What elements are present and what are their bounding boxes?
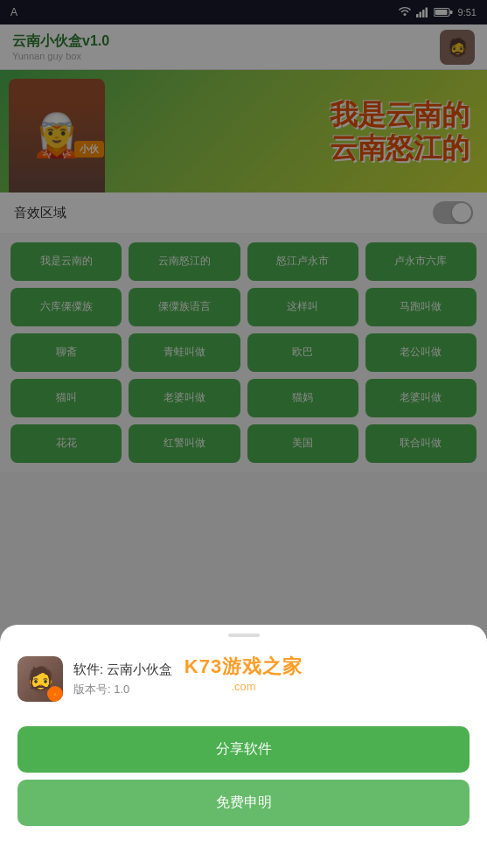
app-info-row: 🔸 软件: 云南小伙盒 版本号: 1.0 <box>0 653 487 719</box>
sheet-handle <box>228 634 260 637</box>
app-badge-icon: 🔸 <box>47 686 63 702</box>
app-info-text: 软件: 云南小伙盒 版本号: 1.0 <box>73 662 172 697</box>
free-declaration-button[interactable]: 免费申明 <box>17 780 470 826</box>
sheet-app-name: 软件: 云南小伙盒 <box>73 662 172 678</box>
sheet-app-version: 版本号: 1.0 <box>73 682 172 697</box>
share-software-button[interactable]: 分享软件 <box>17 726 470 773</box>
bottom-sheet: 🔸 软件: 云南小伙盒 版本号: 1.0 分享软件 免费申明 <box>0 625 487 868</box>
sheet-app-avatar: 🔸 <box>17 656 63 702</box>
